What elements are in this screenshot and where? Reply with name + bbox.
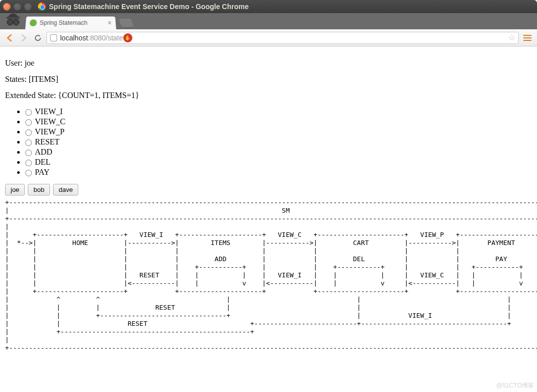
svg-point-2 — [13, 19, 19, 25]
user-button-row: joe bob dave — [5, 184, 532, 195]
label-add[interactable]: ADD — [35, 148, 53, 156]
window-close-button[interactable] — [3, 3, 11, 11]
tab-strip: Spring Statemach × — [0, 13, 537, 29]
incognito-icon — [4, 11, 22, 29]
event-option-add: ADD — [25, 148, 532, 157]
reload-button[interactable] — [32, 32, 43, 43]
event-option-reset: RESET — [25, 137, 532, 146]
forward-button — [18, 32, 29, 43]
bookmark-star-icon[interactable]: ☆ — [508, 33, 515, 42]
event-list: VIEW_I VIEW_C VIEW_P RESET ADD DEL PAY — [5, 107, 532, 177]
page-icon — [50, 34, 57, 41]
browser-toolbar: localhost:8080/state ✋ ☆ — [0, 29, 537, 46]
chrome-menu-button[interactable] — [522, 32, 533, 43]
url-path: :8080/state — [88, 34, 123, 42]
back-button[interactable] — [4, 32, 15, 43]
radio-view-p[interactable] — [25, 129, 32, 136]
spring-favicon-icon — [29, 19, 37, 26]
user-button-joe[interactable]: joe — [5, 184, 25, 195]
radio-del[interactable] — [25, 160, 32, 166]
radio-view-i[interactable] — [25, 109, 32, 116]
event-option-view-c: VIEW_C — [25, 117, 532, 126]
adblock-icon[interactable]: ✋ — [123, 33, 132, 42]
extended-state-line: Extended State: {COUNT=1, ITEMS=1} — [5, 91, 532, 100]
event-option-view-p: VIEW_P — [25, 127, 532, 136]
browser-tab[interactable]: Spring Statemach × — [25, 17, 116, 29]
label-view-c[interactable]: VIEW_C — [35, 117, 65, 126]
address-bar[interactable]: localhost:8080/state ✋ ☆ — [46, 32, 519, 44]
user-line: User: joe — [5, 59, 532, 68]
states-line: States: [ITEMS] — [5, 75, 532, 84]
event-option-view-i: VIEW_I — [25, 107, 532, 116]
tab-close-icon[interactable]: × — [107, 19, 112, 27]
label-reset[interactable]: RESET — [35, 137, 60, 146]
event-option-del: DEL — [25, 158, 532, 167]
event-option-pay: PAY — [25, 168, 532, 177]
radio-reset[interactable] — [25, 139, 32, 146]
label-view-p[interactable]: VIEW_P — [35, 127, 65, 136]
label-view-i[interactable]: VIEW_I — [35, 107, 63, 116]
label-del[interactable]: DEL — [35, 158, 51, 166]
radio-view-c[interactable] — [25, 119, 32, 126]
page-content: User: joe States: [ITEMS] Extended State… — [0, 46, 537, 352]
window-minimize-button[interactable] — [14, 3, 21, 11]
svg-rect-3 — [13, 22, 14, 23]
window-title: Spring Statemachine Event Service Demo -… — [49, 3, 249, 11]
svg-point-1 — [7, 19, 13, 25]
label-pay[interactable]: PAY — [35, 168, 50, 176]
radio-pay[interactable] — [25, 170, 32, 176]
user-button-bob[interactable]: bob — [28, 184, 50, 195]
statemachine-diagram: +---------------------------------------… — [5, 199, 532, 352]
radio-add[interactable] — [25, 150, 32, 156]
new-tab-button[interactable] — [119, 19, 134, 27]
url-host: localhost — [60, 34, 88, 42]
user-button-dave[interactable]: dave — [53, 184, 78, 195]
tab-title: Spring Statemach — [39, 19, 106, 26]
window-maximize-button[interactable] — [24, 3, 32, 11]
chrome-icon — [38, 3, 46, 11]
window-titlebar: Spring Statemachine Event Service Demo -… — [0, 0, 537, 13]
